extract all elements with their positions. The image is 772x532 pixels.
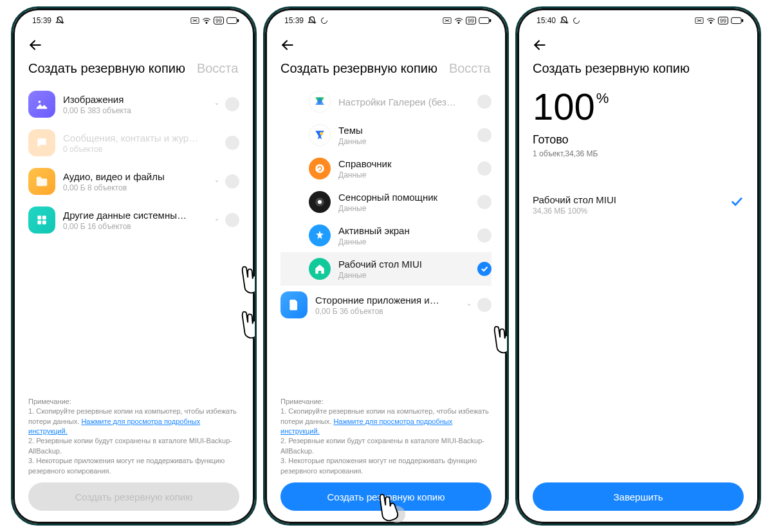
dnd-icon: [308, 16, 317, 25]
row-title: Другие данные системны…: [63, 210, 212, 221]
category-list: Изображения 0,00 Б 383 объекта Сообщения…: [28, 85, 239, 236]
row-title: Аудио, видео и файлы: [63, 171, 212, 182]
svg-point-4: [39, 101, 41, 104]
row-subtitle: Данные: [338, 170, 477, 179]
touch-assistant-icon: [309, 191, 331, 213]
active-screen-icon: [309, 225, 331, 246]
svg-point-24: [710, 23, 712, 24]
svg-rect-2: [227, 17, 237, 23]
tab-restore[interactable]: Восста: [197, 61, 239, 76]
row-title: Активный экран: [338, 225, 477, 236]
checkbox[interactable]: [225, 97, 239, 111]
result-item-title: Рабочий стол MIUI: [533, 194, 616, 205]
tab-restore[interactable]: Восста: [449, 61, 491, 76]
row-title: Рабочий стол MIUI: [338, 259, 477, 270]
checkbox[interactable]: [477, 228, 492, 243]
row-subtitle: Данные: [338, 237, 477, 246]
app-row[interactable]: Рабочий стол MIUI Данные: [280, 252, 492, 286]
category-row: Сообщения, контакты и жур… 0 объектов: [28, 124, 239, 162]
dnd-icon: [560, 16, 569, 25]
checkbox[interactable]: [477, 161, 492, 176]
app-row[interactable]: Темы Данные: [280, 118, 492, 152]
checkbox: [225, 136, 239, 150]
checkbox[interactable]: [477, 195, 492, 209]
svg-rect-25: [731, 17, 741, 23]
svg-point-22: [574, 18, 580, 24]
checkmark-icon: [730, 194, 744, 211]
chevron-down-icon: [212, 100, 221, 109]
status-right-icons: 99: [695, 17, 744, 24]
status-clock: 15:39: [32, 16, 51, 25]
svg-point-19: [318, 200, 322, 204]
svg-point-13: [458, 23, 459, 24]
checkbox[interactable]: [477, 298, 492, 312]
finish-button[interactable]: Завершить: [533, 482, 744, 511]
progress-indicator: 100%: [533, 85, 744, 128]
battery-icon: [226, 17, 239, 24]
app-row[interactable]: Активный экран Данные: [280, 219, 492, 252]
checkbox[interactable]: [225, 213, 239, 227]
app-row[interactable]: Настройки Галереи (без…: [280, 85, 492, 118]
row-subtitle: 0,00 Б 36 объектов: [315, 307, 464, 316]
checkbox[interactable]: [477, 262, 492, 276]
result-item-sub: 34,36 МБ 100%: [533, 206, 616, 216]
miui-launcher-icon: [309, 258, 331, 280]
status-right-icons: 99: [443, 17, 492, 24]
app-list: Настройки Галереи (без… Темы Данные Спра…: [280, 85, 492, 388]
row-title: Изображения: [63, 94, 212, 105]
category-row[interactable]: Сторонние приложения и… 0,00 Б 36 объект…: [280, 286, 492, 324]
svg-point-16: [320, 132, 323, 135]
status-bar: 15:39 99: [269, 12, 503, 29]
svg-rect-15: [490, 19, 491, 23]
svg-point-20: [503, 338, 509, 354]
tab-create-backup[interactable]: Создать резервную копию: [28, 61, 185, 76]
row-title: Сторонние приложения и…: [315, 295, 464, 306]
category-row[interactable]: Изображения 0,00 Б 383 объекта: [28, 85, 239, 124]
category-row[interactable]: Другие данные системны… 0,00 Б 16 объект…: [28, 201, 239, 236]
phone-mockup-2: 15:39 99 Создать резервную копию Восста: [263, 6, 509, 526]
guide-icon: [309, 158, 331, 179]
page-title: Создать резервную копию: [533, 61, 744, 76]
app-row[interactable]: Справочник Данные: [280, 152, 492, 185]
themes-icon: [309, 124, 331, 146]
apps-icon: [280, 291, 308, 318]
checkbox[interactable]: [477, 95, 492, 109]
app-row[interactable]: Сенсорный помощник Данные: [280, 185, 492, 219]
chevron-down-icon: [212, 216, 221, 225]
status-summary: 1 объект,34,36 МБ: [533, 149, 744, 158]
row-subtitle: Данные: [338, 271, 477, 280]
row-title: Темы: [338, 125, 477, 136]
status-clock: 15:39: [284, 16, 304, 25]
loading-icon: [573, 17, 580, 24]
folder-icon: [28, 168, 55, 195]
category-row[interactable]: Аудио, видео и файлы 0,00 Б 8 объектов: [28, 162, 239, 201]
svg-rect-7: [37, 221, 41, 225]
back-button[interactable]: [279, 37, 297, 55]
create-backup-button[interactable]: Создать резервную копию: [280, 482, 492, 511]
back-button[interactable]: [531, 37, 549, 55]
progress-value: 100: [533, 86, 595, 127]
row-title: Сенсорный помощник: [338, 192, 477, 203]
back-button[interactable]: [27, 37, 45, 55]
sim-off-icon: [190, 17, 199, 24]
loading-icon: [320, 17, 328, 24]
row-subtitle: 0 объектов: [63, 145, 225, 154]
dnd-icon: [55, 16, 64, 25]
row-subtitle: Данные: [338, 137, 477, 146]
status-right-icons: 99: [190, 17, 239, 24]
svg-rect-26: [742, 19, 743, 23]
row-title: Справочник: [338, 158, 477, 169]
checkbox[interactable]: [477, 128, 492, 142]
footnote: Примечание: 1. Скопируйте резервные копи…: [28, 397, 239, 476]
status-clock: 15:40: [537, 16, 556, 25]
chevron-down-icon: [464, 300, 473, 309]
svg-rect-14: [479, 17, 489, 23]
gallery-settings-icon: [309, 91, 331, 113]
svg-point-1: [206, 23, 207, 24]
messages-icon: [28, 129, 55, 156]
svg-point-17: [315, 164, 324, 173]
row-title: Сообщения, контакты и жур…: [63, 133, 225, 143]
create-backup-button: Создать резервную копию: [28, 482, 239, 511]
tab-create-backup[interactable]: Создать резервную копию: [280, 61, 437, 76]
checkbox[interactable]: [225, 174, 239, 188]
